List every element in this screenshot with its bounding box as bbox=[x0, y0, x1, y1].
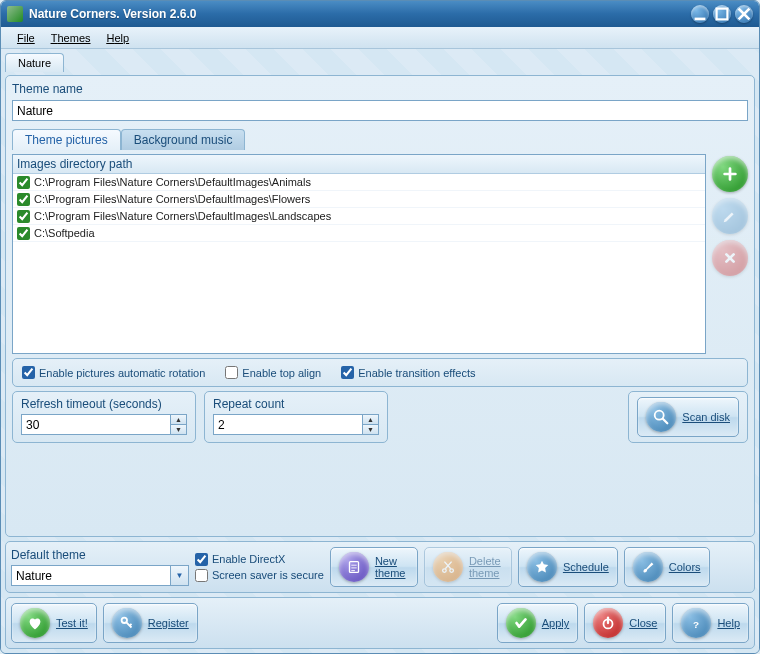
spin-down[interactable]: ▼ bbox=[363, 425, 378, 434]
row-checkbox[interactable] bbox=[17, 227, 30, 240]
row-path: C:\Softpedia bbox=[34, 227, 95, 239]
directx-options: Enable DirectX Screen saver is secure bbox=[195, 553, 324, 582]
enable-top-align-checkbox[interactable]: Enable top align bbox=[225, 366, 321, 379]
theme-panel: Theme name Theme pictures Background mus… bbox=[5, 75, 755, 537]
default-theme-select[interactable]: ▼ bbox=[11, 565, 189, 586]
row-checkbox[interactable] bbox=[17, 210, 30, 223]
svg-point-5 bbox=[450, 569, 454, 573]
close-button[interactable]: Close bbox=[584, 603, 666, 643]
default-theme-input[interactable] bbox=[11, 565, 171, 586]
scan-box: Scan disk bbox=[628, 391, 748, 443]
list-row[interactable]: C:\Program Files\Nature Corners\DefaultI… bbox=[13, 191, 705, 208]
refresh-label: Refresh timeout (seconds) bbox=[21, 397, 187, 411]
inner-tabs: Theme pictures Background music bbox=[12, 129, 748, 150]
document-icon bbox=[339, 552, 369, 582]
spin-up[interactable]: ▲ bbox=[363, 415, 378, 425]
brush-icon bbox=[633, 552, 663, 582]
default-theme-label: Default theme bbox=[11, 548, 189, 562]
tab-theme-pictures[interactable]: Theme pictures bbox=[12, 129, 121, 150]
content-area: Nature Theme name Theme pictures Backgro… bbox=[1, 49, 759, 653]
tab-nature[interactable]: Nature bbox=[5, 53, 64, 72]
maximize-button[interactable] bbox=[713, 5, 731, 23]
scan-disk-button[interactable]: Scan disk bbox=[637, 397, 739, 437]
heart-icon bbox=[20, 608, 50, 638]
list-side-buttons bbox=[712, 154, 748, 354]
refresh-box: Refresh timeout (seconds) ▲▼ bbox=[12, 391, 196, 443]
refresh-spinner[interactable]: ▲▼ bbox=[21, 414, 187, 435]
repeat-spinner[interactable]: ▲▼ bbox=[213, 414, 379, 435]
dropdown-icon[interactable]: ▼ bbox=[171, 565, 189, 586]
close-window-button[interactable] bbox=[735, 5, 753, 23]
screensaver-secure-checkbox[interactable]: Screen saver is secure bbox=[195, 569, 324, 582]
new-theme-button[interactable]: New theme bbox=[330, 547, 418, 587]
spin-up[interactable]: ▲ bbox=[171, 415, 186, 425]
repeat-input[interactable] bbox=[213, 414, 363, 435]
row-path: C:\Program Files\Nature Corners\DefaultI… bbox=[34, 193, 310, 205]
repeat-box: Repeat count ▲▼ bbox=[204, 391, 388, 443]
options-panel: Enable pictures automatic rotation Enabl… bbox=[12, 358, 748, 387]
menu-help[interactable]: Help bbox=[99, 30, 138, 46]
repeat-label: Repeat count bbox=[213, 397, 379, 411]
row-path: C:\Program Files\Nature Corners\DefaultI… bbox=[34, 176, 311, 188]
key-icon bbox=[112, 608, 142, 638]
menu-file[interactable]: File bbox=[9, 30, 43, 46]
bottom-button-row: Test it! Register Apply Close ? Help bbox=[5, 597, 755, 649]
middle-button-row: Default theme ▼ Enable DirectX Screen sa… bbox=[5, 541, 755, 593]
menubar: File Themes Help bbox=[1, 27, 759, 49]
remove-path-button[interactable] bbox=[712, 240, 748, 276]
titlebar: Nature Corners. Version 2.6.0 bbox=[1, 1, 759, 27]
register-button[interactable]: Register bbox=[103, 603, 198, 643]
spin-down[interactable]: ▼ bbox=[171, 425, 186, 434]
svg-text:?: ? bbox=[693, 619, 699, 630]
row-checkbox[interactable] bbox=[17, 193, 30, 206]
list-area: Images directory path C:\Program Files\N… bbox=[12, 154, 748, 354]
schedule-button[interactable]: Schedule bbox=[518, 547, 618, 587]
controls-row: Refresh timeout (seconds) ▲▼ Repeat coun… bbox=[12, 391, 748, 443]
theme-tab-strip: Nature bbox=[5, 53, 755, 72]
colors-button[interactable]: Colors bbox=[624, 547, 710, 587]
list-header: Images directory path bbox=[13, 155, 705, 174]
enable-rotation-checkbox[interactable]: Enable pictures automatic rotation bbox=[22, 366, 205, 379]
svg-point-4 bbox=[442, 569, 446, 573]
theme-name-input[interactable] bbox=[12, 100, 748, 121]
scissors-icon bbox=[433, 552, 463, 582]
minimize-button[interactable] bbox=[691, 5, 709, 23]
list-row[interactable]: C:\Softpedia bbox=[13, 225, 705, 242]
add-path-button[interactable] bbox=[712, 156, 748, 192]
refresh-input[interactable] bbox=[21, 414, 171, 435]
apply-button[interactable]: Apply bbox=[497, 603, 579, 643]
svg-rect-1 bbox=[717, 9, 728, 20]
power-icon bbox=[593, 608, 623, 638]
svg-rect-0 bbox=[695, 18, 706, 21]
default-theme-box: Default theme ▼ bbox=[11, 548, 189, 586]
list-row[interactable]: C:\Program Files\Nature Corners\DefaultI… bbox=[13, 208, 705, 225]
menu-themes[interactable]: Themes bbox=[43, 30, 99, 46]
edit-path-button[interactable] bbox=[712, 198, 748, 234]
help-button[interactable]: ? Help bbox=[672, 603, 749, 643]
enable-transition-checkbox[interactable]: Enable transition effects bbox=[341, 366, 475, 379]
tab-background-music[interactable]: Background music bbox=[121, 129, 246, 150]
row-checkbox[interactable] bbox=[17, 176, 30, 189]
star-icon bbox=[527, 552, 557, 582]
question-icon: ? bbox=[681, 608, 711, 638]
test-it-button[interactable]: Test it! bbox=[11, 603, 97, 643]
enable-directx-checkbox[interactable]: Enable DirectX bbox=[195, 553, 285, 566]
theme-name-label: Theme name bbox=[12, 82, 748, 96]
check-icon bbox=[506, 608, 536, 638]
row-path: C:\Program Files\Nature Corners\DefaultI… bbox=[34, 210, 331, 222]
main-window: Nature Corners. Version 2.6.0 File Theme… bbox=[0, 0, 760, 654]
delete-theme-button[interactable]: Delete theme bbox=[424, 547, 512, 587]
images-list[interactable]: Images directory path C:\Program Files\N… bbox=[12, 154, 706, 354]
app-icon bbox=[7, 6, 23, 22]
window-title: Nature Corners. Version 2.6.0 bbox=[29, 7, 687, 21]
magnifier-icon bbox=[646, 402, 676, 432]
list-row[interactable]: C:\Program Files\Nature Corners\DefaultI… bbox=[13, 174, 705, 191]
